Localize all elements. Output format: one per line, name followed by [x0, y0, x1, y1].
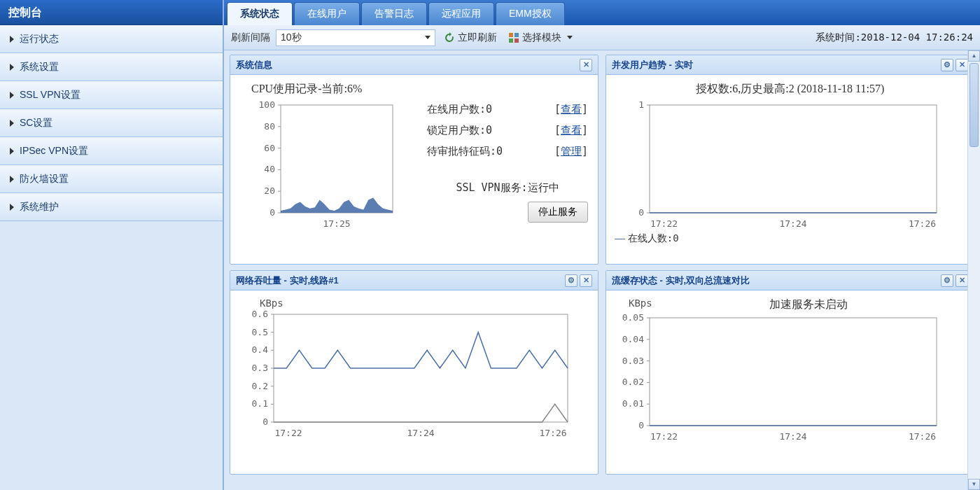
system-time: 系统时间:2018-12-04 17:26:24: [816, 31, 973, 44]
expand-icon: [10, 120, 14, 127]
panel-cache: 流缓存状态 - 实时,双向总流速对比 ⚙ ✕ KBps加速服务未启动 00.01…: [606, 270, 974, 475]
panel-header: 网络吞吐量 - 实时,线路#1 ⚙ ✕: [230, 271, 598, 290]
svg-text:0: 0: [638, 207, 644, 218]
sidebar-item-label: 运行状态: [20, 33, 59, 46]
toolbar: 刷新间隔 10秒 立即刷新 选择模块 系统时间:2018-12-04 17:26…: [224, 25, 980, 50]
svg-rect-18: [650, 105, 937, 213]
sidebar-item-maintenance[interactable]: 系统维护: [0, 193, 223, 221]
tab-online-users[interactable]: 在线用户: [294, 2, 360, 25]
panel-title: 流缓存状态 - 实时,双向总流速对比: [612, 274, 750, 287]
scrollbar[interactable]: ▲ ▼: [967, 50, 980, 490]
svg-rect-4: [281, 105, 393, 213]
tab-emm-license[interactable]: EMM授权: [496, 2, 565, 25]
module-icon: [508, 32, 519, 43]
sidebar-item-sc[interactable]: SC设置: [0, 109, 223, 137]
svg-text:17:22: 17:22: [274, 428, 302, 438]
expand-icon: [10, 92, 14, 99]
refresh-now-label: 立即刷新: [458, 31, 497, 44]
svg-rect-3: [514, 38, 519, 43]
online-users-label: 在线用户数:: [427, 103, 486, 115]
panel-close-button[interactable]: ✕: [580, 59, 592, 71]
concurrent-subtitle: 授权数:6,历史最高:2 (2018-11-18 11:57): [615, 82, 965, 97]
tab-system-status[interactable]: 系统状态: [227, 2, 293, 25]
vpn-service-status: 运行中: [528, 181, 559, 194]
chevron-down-icon: [425, 36, 430, 39]
svg-text:80: 80: [264, 121, 275, 132]
gear-icon: ⚙: [568, 276, 575, 285]
sidebar-item-runtime[interactable]: 运行状态: [0, 25, 223, 53]
gear-icon: ⚙: [944, 276, 951, 285]
view-online-users-link[interactable]: 查看: [561, 103, 582, 115]
svg-rect-1: [514, 33, 519, 37]
manage-pending-link[interactable]: 管理: [561, 145, 582, 158]
select-module-label: 选择模块: [522, 31, 561, 44]
close-icon: ✕: [583, 276, 589, 285]
close-icon: ✕: [583, 60, 589, 69]
sidebar-item-ssl-vpn[interactable]: SSL VPN设置: [0, 81, 223, 109]
online-users-value: 0: [486, 103, 492, 115]
panel-concurrent-users: 并发用户趋势 - 实时 ⚙ ✕ 授权数:6,历史最高:2 (2018-11-18…: [606, 55, 974, 265]
svg-text:0.04: 0.04: [622, 334, 644, 344]
tabbar: 系统状态 在线用户 告警日志 远程应用 EMM授权: [224, 0, 980, 25]
refresh-interval-select[interactable]: 10秒: [276, 29, 435, 46]
svg-text:17:24: 17:24: [779, 218, 806, 229]
svg-text:0.01: 0.01: [622, 398, 644, 409]
pending-codes-value: 0: [496, 145, 503, 158]
svg-text:17:22: 17:22: [650, 431, 678, 442]
scroll-thumb[interactable]: [969, 63, 979, 147]
sidebar-item-ipsec-vpn[interactable]: IPSec VPN设置: [0, 137, 223, 165]
svg-text:20: 20: [264, 186, 275, 196]
svg-text:17:26: 17:26: [909, 431, 936, 442]
main: 系统状态 在线用户 告警日志 远程应用 EMM授权 刷新间隔 10秒 立即刷新 …: [224, 0, 980, 490]
refresh-icon: [444, 32, 455, 43]
sidebar-item-label: 系统设置: [20, 61, 59, 74]
cpu-chart-title: CPU使用记录-当前:6%: [251, 82, 589, 97]
sidebar-item-label: SC设置: [20, 117, 52, 130]
scroll-down-button[interactable]: ▼: [968, 479, 980, 490]
panel-close-button[interactable]: ✕: [955, 274, 968, 287]
panel-settings-button[interactable]: ⚙: [565, 274, 578, 287]
stop-service-button[interactable]: 停止服务: [528, 202, 588, 223]
sidebar-item-system-settings[interactable]: 系统设置: [0, 53, 223, 81]
throughput-chart: 00.10.20.30.40.50.617:2217:2417:26: [239, 309, 575, 442]
locked-users-value: 0: [486, 124, 492, 136]
system-info-stats: 在线用户数:0 [查看] 锁定用户数:0 [查看] 待审批特征码:0 [管理]: [427, 99, 588, 223]
panel-close-button[interactable]: ✕: [580, 274, 592, 287]
tab-remote-app[interactable]: 远程应用: [428, 2, 494, 25]
sidebar-item-label: 防火墙设置: [20, 173, 69, 186]
svg-text:0.03: 0.03: [622, 356, 644, 366]
expand-icon: [10, 204, 14, 211]
tab-alarm-log[interactable]: 告警日志: [361, 2, 427, 25]
expand-icon: [10, 148, 14, 155]
sidebar-item-firewall[interactable]: 防火墙设置: [0, 165, 223, 193]
svg-text:17:24: 17:24: [779, 431, 806, 442]
sidebar-item-label: IPSec VPN设置: [20, 145, 88, 158]
vpn-service-label: SSL VPN服务:: [456, 181, 527, 194]
select-module-button[interactable]: 选择模块: [505, 30, 575, 46]
svg-text:17:22: 17:22: [650, 218, 678, 229]
refresh-now-button[interactable]: 立即刷新: [441, 30, 500, 46]
panel-close-button[interactable]: ✕: [955, 59, 968, 71]
close-icon: ✕: [959, 60, 965, 69]
svg-text:0.05: 0.05: [622, 312, 644, 323]
panel-settings-button[interactable]: ⚙: [941, 274, 953, 287]
svg-rect-2: [509, 38, 513, 43]
svg-text:0.3: 0.3: [252, 363, 268, 373]
scroll-up-button[interactable]: ▲: [968, 50, 980, 62]
expand-icon: [10, 64, 14, 71]
svg-text:0.4: 0.4: [252, 344, 269, 355]
expand-icon: [10, 176, 14, 183]
refresh-interval-label: 刷新间隔: [231, 31, 270, 44]
panel-body: CPU使用记录-当前:6% 02040608010017:25 在线用户数:0 …: [230, 75, 598, 264]
sidebar-title: 控制台: [0, 0, 223, 25]
locked-users-label: 锁定用户数:: [427, 124, 486, 136]
panel-settings-button[interactable]: ⚙: [941, 59, 953, 71]
svg-text:0.1: 0.1: [252, 398, 268, 409]
svg-text:0.2: 0.2: [252, 381, 268, 391]
refresh-interval-value: 10秒: [281, 31, 302, 44]
content-area: 系统信息 ✕ CPU使用记录-当前:6% 02040608010017:25 在…: [224, 50, 980, 490]
view-locked-users-link[interactable]: 查看: [561, 124, 582, 136]
svg-text:0.02: 0.02: [622, 377, 644, 387]
throughput-unit: KBps: [260, 298, 589, 309]
close-icon: ✕: [959, 276, 965, 285]
